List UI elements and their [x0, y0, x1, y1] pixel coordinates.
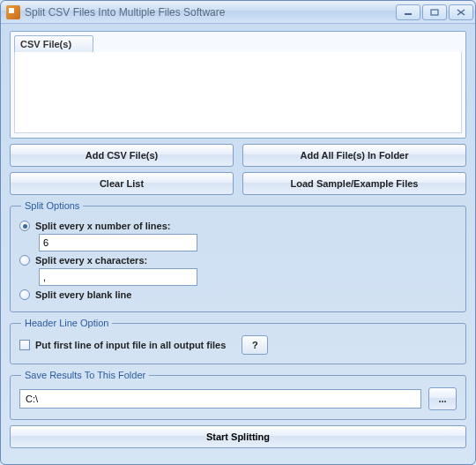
header-checkbox[interactable] [19, 340, 30, 350]
start-splitting-button[interactable]: Start Splitting [10, 425, 466, 448]
svg-rect-1 [431, 10, 438, 15]
button-row-1: Add CSV File(s) Add All File(s) In Folde… [10, 144, 466, 167]
load-sample-button[interactable]: Load Sample/Example Files [242, 172, 466, 195]
file-list[interactable] [14, 52, 462, 133]
header-line-row: Put first line of input file in all outp… [19, 335, 457, 355]
window-controls [396, 4, 473, 20]
split-options-legend: Split Options [21, 200, 83, 211]
split-chars-option[interactable]: Split every x characters: [19, 255, 457, 266]
close-button[interactable] [449, 4, 473, 20]
split-lines-label: Split every x number of lines: [35, 221, 170, 231]
header-checkbox-label: Put first line of input file in all outp… [35, 340, 226, 350]
file-list-header: CSV File(s) [14, 35, 93, 53]
radio-icon [19, 289, 30, 300]
split-chars-label: Split every x characters: [35, 255, 147, 266]
header-line-group: Header Line Option Put first line of inp… [10, 318, 466, 364]
split-blank-option[interactable]: Split every blank line [19, 289, 457, 300]
save-folder-row: ... [19, 387, 457, 410]
add-csv-files-button[interactable]: Add CSV File(s) [10, 144, 234, 167]
split-options-group: Split Options Split every x number of li… [10, 200, 466, 312]
save-folder-legend: Save Results To This Folder [21, 370, 149, 380]
save-folder-group: Save Results To This Folder ... [10, 370, 466, 420]
split-chars-input[interactable] [39, 268, 197, 286]
split-lines-option[interactable]: Split every x number of lines: [19, 221, 457, 231]
maximize-icon [430, 9, 439, 16]
radio-icon [19, 221, 30, 231]
app-window: Split CSV Files Into Multiple Files Soft… [0, 0, 476, 465]
split-blank-label: Split every blank line [35, 289, 131, 300]
close-icon [457, 9, 465, 16]
client-area: CSV File(s) Add CSV File(s) Add All File… [1, 24, 475, 464]
radio-icon [19, 255, 30, 266]
header-line-legend: Header Line Option [21, 318, 112, 328]
add-all-in-folder-button[interactable]: Add All File(s) In Folder [242, 144, 466, 167]
titlebar: Split CSV Files Into Multiple Files Soft… [1, 1, 475, 24]
minimize-button[interactable] [396, 4, 420, 20]
clear-list-button[interactable]: Clear List [10, 172, 234, 195]
minimize-icon [404, 9, 413, 16]
window-title: Split CSV Files Into Multiple Files Soft… [25, 6, 396, 19]
app-icon [6, 5, 20, 19]
maximize-button[interactable] [422, 4, 447, 20]
button-row-2: Clear List Load Sample/Example Files [10, 172, 466, 195]
split-lines-input[interactable] [39, 234, 197, 251]
file-list-panel: CSV File(s) [10, 31, 466, 139]
help-button[interactable]: ? [242, 335, 268, 355]
browse-folder-button[interactable]: ... [428, 387, 457, 410]
save-folder-input[interactable] [19, 389, 421, 409]
